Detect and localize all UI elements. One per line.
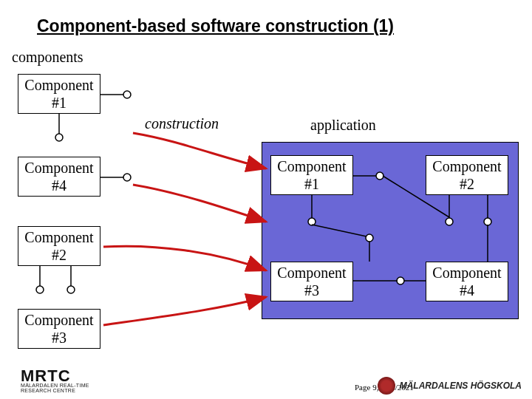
svg-point-3 <box>55 134 63 141</box>
component-label: Component #1 <box>277 157 346 193</box>
app-component-4: Component #4 <box>426 262 508 301</box>
slide-title: Component-based software construction (1… <box>37 16 394 36</box>
component-label: Component #3 <box>277 264 346 299</box>
component-label: Component #2 <box>24 228 93 264</box>
svg-point-1 <box>123 91 131 98</box>
component-label: Component #1 <box>24 76 93 112</box>
svg-point-9 <box>67 286 75 293</box>
footer-logo-left-small: MÄLARDALEN REAL-TIME RESEARCH CENTRE <box>21 383 89 393</box>
components-heading: components <box>12 49 83 66</box>
footer-logo-left: MRTC MÄLARDALEN REAL-TIME RESEARCH CENTR… <box>21 366 89 393</box>
component-label: Component #2 <box>432 157 501 193</box>
construction-label: construction <box>145 115 219 132</box>
left-component-3: Component #3 <box>18 309 100 349</box>
component-label: Component #3 <box>24 311 93 347</box>
application-label: application <box>310 117 376 134</box>
svg-point-5 <box>123 174 131 181</box>
footer-logo-right-text: MÄLARDALENS HÖGSKOLA <box>400 381 522 391</box>
component-label: Component #4 <box>24 159 93 194</box>
rose-icon <box>378 377 395 395</box>
app-component-3: Component #3 <box>270 262 353 301</box>
left-component-1: Component #1 <box>18 74 100 114</box>
left-component-4: Component #4 <box>18 157 100 197</box>
svg-point-7 <box>36 286 44 293</box>
left-component-2: Component #2 <box>18 226 100 266</box>
app-component-2: Component #2 <box>426 155 508 195</box>
footer-logo-right: MÄLARDALENS HÖGSKOLA <box>378 377 522 395</box>
component-label: Component #4 <box>432 264 501 299</box>
app-component-1: Component #1 <box>270 155 353 195</box>
